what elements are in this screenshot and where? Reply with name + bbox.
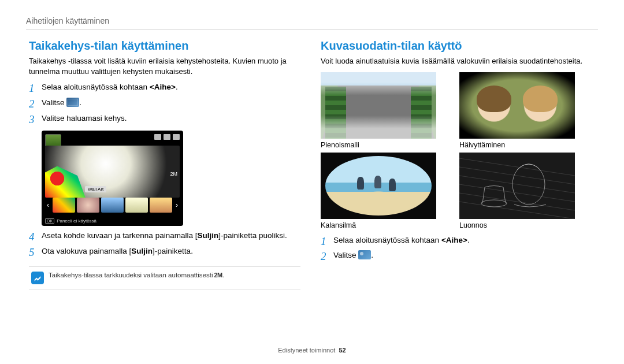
right-heading: Kuvasuodatin-tilan käyttö: [321, 39, 592, 53]
status-icons: [154, 134, 180, 140]
filter-thumb-sketch: [459, 153, 575, 219]
frame-thumb: [53, 198, 75, 213]
flash-icon: [154, 134, 161, 140]
step-number: 2: [29, 98, 42, 111]
step-text: ]-painiketta puoliksi.: [218, 231, 287, 240]
left-step-3: 3 Valitse haluamasi kehys.: [29, 113, 300, 127]
filter-caption: Luonnos: [459, 221, 575, 229]
filter-thumb-fisheye: [321, 153, 436, 219]
right-step-1: 1 Selaa aloitusnäytössä kohtaan <Aihe>.: [321, 235, 592, 248]
step-bold: Suljin: [131, 247, 153, 255]
left-step-2: 2 Valitse .: [29, 98, 300, 111]
step-number: 1: [29, 82, 42, 95]
left-step-5: 5 Ota valokuva painamalla [Suljin]-paini…: [29, 246, 300, 259]
note-icon: [31, 272, 44, 284]
right-column: Kuvasuodatin-tilan käyttö Voit luoda ain…: [321, 39, 592, 266]
step-bold: Suljin: [197, 231, 218, 240]
note-text: .: [222, 272, 224, 278]
filter-caption: Pienoismalli: [321, 141, 436, 149]
frame-thumb: [125, 198, 148, 213]
sd-icon: [164, 134, 170, 140]
frame-thumb: [150, 198, 172, 213]
left-step-1: 1 Selaa aloitusnäytössä kohtaan <Aihe>.: [29, 82, 300, 95]
filter-cell-sketch: Luonnos: [459, 153, 575, 229]
filter-caption: Kalansilmä: [321, 221, 436, 229]
step-number: 2: [321, 250, 333, 263]
breadcrumb: Aihetilojen käyttäminen: [26, 16, 109, 25]
note-text: Taikakehys-tilassa tarkkuudeksi valitaan…: [49, 272, 213, 278]
filter-thumb-vignette: [459, 72, 575, 139]
photo-filter-icon: [358, 250, 371, 259]
page-footer: Edistyneet toiminnot 52: [0, 347, 624, 354]
battery-icon: [173, 134, 180, 140]
step-text: Selaa aloitusnäytössä kohtaan: [333, 236, 441, 244]
step-text: ]-painiketta.: [153, 247, 193, 255]
sample-image-parrot: [45, 166, 86, 198]
chevron-right-icon: ›: [174, 201, 180, 209]
right-step-2: 2 Valitse .: [321, 250, 592, 263]
frame-thumb: [101, 198, 124, 213]
frame-name-label: Wall Art: [85, 186, 106, 192]
step-number: 3: [29, 113, 42, 127]
left-step-4: 4 Aseta kohde kuvaan ja tarkenna painama…: [29, 231, 300, 244]
sketch-svg: [459, 153, 575, 219]
camera-preview-screenshot: 2M Wall Art ‹ › OK Paneeli ei käytössä: [42, 131, 183, 226]
footer-page: 52: [339, 347, 346, 354]
footer-section: Edistyneet toiminnot: [278, 347, 335, 354]
step-number: 1: [321, 235, 333, 248]
frame-thumb: [77, 198, 99, 213]
svg-rect-0: [459, 153, 575, 219]
frame-strip: ‹ ›: [45, 197, 180, 213]
panel-status-text: Paneeli ei käytössä: [57, 218, 96, 224]
left-column: Taikakehys-tilan käyttäminen Taikakehys …: [29, 39, 300, 289]
step-number: 5: [29, 246, 42, 259]
info-note: Taikakehys-tilassa tarkkuudeksi valitaan…: [29, 266, 300, 289]
step-text: Ota valokuva painamalla [: [42, 247, 131, 255]
preview-thumb: [45, 134, 61, 147]
filter-grid: Pienoismalli Häivyttäminen Kalansilmä: [321, 72, 592, 229]
step-text: Valitse: [333, 251, 358, 259]
step-text: .: [79, 98, 81, 107]
chevron-left-icon: ‹: [45, 201, 51, 209]
left-heading: Taikakehys-tilan käyttäminen: [29, 39, 300, 53]
magic-frame-icon: [66, 98, 79, 107]
step-bold: <Aihe>: [441, 236, 467, 244]
filter-thumb-miniature: [321, 72, 436, 139]
ok-button-label: OK: [45, 218, 54, 224]
filter-cell-miniature: Pienoismalli: [321, 72, 436, 149]
step-bold: <Aihe>: [150, 83, 176, 91]
step-text: Selaa aloitusnäytössä kohtaan: [42, 83, 150, 91]
step-number: 4: [29, 231, 42, 244]
filter-cell-fisheye: Kalansilmä: [321, 153, 436, 229]
note-badge: 2M: [214, 272, 222, 278]
step-text: .: [467, 236, 470, 244]
filter-cell-vignette: Häivyttäminen: [459, 72, 575, 149]
left-intro: Taikakehys -tilassa voit lisätä kuviin e…: [29, 56, 300, 76]
filter-caption: Häivyttäminen: [459, 141, 575, 149]
step-text: Aseta kohde kuvaan ja tarkenna painamall…: [42, 231, 197, 240]
step-text: .: [371, 251, 373, 259]
live-view: [45, 146, 180, 198]
resolution-badge: 2M: [170, 171, 177, 177]
step-text: Valitse haluamasi kehys.: [42, 113, 127, 124]
divider: [26, 29, 598, 29]
step-text: .: [176, 83, 178, 91]
right-intro: Voit luoda ainutlaatuisia kuvia lisäämäl…: [321, 56, 592, 66]
step-text: Valitse: [42, 98, 66, 107]
